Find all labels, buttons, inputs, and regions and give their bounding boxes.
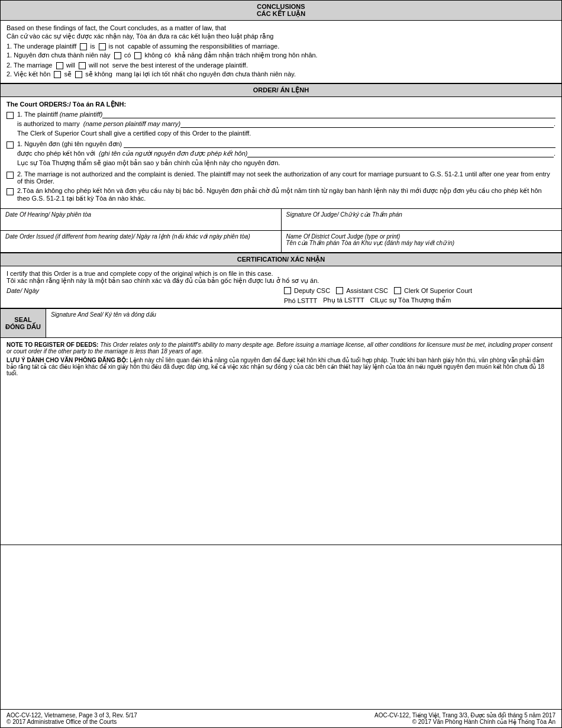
- cert-checkboxes-col: Deputy CSC Assistant CSC Clerk Of Superi…: [284, 287, 555, 304]
- date-signature-row: Date Of Hearing/ Ngày phiên tòa Signatur…: [1, 209, 561, 231]
- conclusions-intro-vi: Căn cứ vào các sự việc được xác nhận này…: [7, 33, 555, 40]
- hearing-date-col: Date Of Hearing/ Ngày phiên tòa: [1, 209, 282, 230]
- checkbox-deputy-csc[interactable]: [284, 287, 291, 294]
- assistant-csc-vi-item: Phụ tá LSTTT: [323, 297, 364, 304]
- conclusion-item2-en: 2. The marriage will will not serve the …: [7, 62, 555, 69]
- checkbox-is-not[interactable]: [99, 43, 106, 50]
- footer-right-line1: AOC-CV-122, Tiếng Việt, Trang 3/3, Được …: [374, 712, 555, 719]
- assistant-csc-item: Assistant CSC: [336, 287, 388, 294]
- page-spacer: [1, 545, 561, 709]
- seal-label-vi: ĐÓNG DẤU: [5, 323, 41, 331]
- footer-right-line2: © 2017 Văn Phòng Hành Chính của Hệ Thống…: [374, 719, 555, 725]
- cert-text-en: I certify that this Order is a true and …: [7, 270, 555, 277]
- checkbox-khong-co[interactable]: [134, 52, 141, 59]
- order-issued-row: Date Order Issued (if different from hea…: [1, 231, 561, 253]
- cert-checkboxes-row1: Deputy CSC Assistant CSC Clerk Of Superi…: [284, 287, 555, 294]
- footer-left-line1: AOC-CV-122, Vietnamese, Page 3 of 3, Rev…: [7, 712, 137, 719]
- note-section: NOTE TO REGISTER OF DEEDS: This Order re…: [1, 338, 561, 545]
- clerk-superior-vi-item: ClLục sự Tòa Thượng thẩm: [370, 297, 451, 304]
- conclusions-header: CONCLUSIONS CÁC KẾT LUẬN: [1, 1, 561, 21]
- seal-signature: Signature And Seal/ Ký tên và đóng dấu: [46, 309, 561, 337]
- footer-left: AOC-CV-122, Vietnamese, Page 3 of 3, Rev…: [7, 712, 137, 725]
- order-item1: 1. The plaintiff (name plaintiff) is aut…: [7, 111, 555, 138]
- order-item1-vi-text: 1. Nguyên đơn (ghi tên nguyên đơn) được …: [17, 140, 555, 168]
- order-item1-line2: is authorized to marry (name person plai…: [17, 120, 555, 128]
- seal-box: SEAL ĐÓNG DẤU: [1, 309, 46, 337]
- checkbox-order2[interactable]: [7, 171, 14, 179]
- order-item1-vi-line3: Lục sự Tòa Thượng thẩm sẽ giao một bản s…: [17, 159, 555, 167]
- note-text-en: NOTE TO REGISTER OF DEEDS: This Order re…: [7, 342, 555, 355]
- seal-row: SEAL ĐÓNG DẤU Signature And Seal/ Ký tên…: [1, 308, 561, 338]
- order-item1-line3: The Clerk of Superior Court shall give a…: [17, 130, 555, 137]
- checkbox-is[interactable]: [80, 43, 87, 50]
- conclusion-item2-vi: 2. Việc kết hôn sẽ sẽ không mang lại lợi…: [7, 70, 555, 78]
- conclusions-header-en: CONCLUSIONS: [1, 3, 561, 10]
- conclusion-item1-en: 1. The underage plaintiff is is not capa…: [7, 43, 555, 50]
- order-header: ORDER/ ÁN LỆNH: [1, 83, 561, 97]
- checkbox-order2-vi[interactable]: [7, 188, 14, 195]
- cert-text-vi: Tôi xác nhận rằng lệnh này là một bản sa…: [7, 277, 555, 285]
- cert-date-col: Date/ Ngày: [7, 287, 284, 294]
- conclusions-section: Based on these findings of fact, the Cou…: [1, 21, 561, 83]
- cert-checkboxes-row2: Phó LSTTT Phụ tá LSTTT ClLục sự Tòa Thượ…: [284, 297, 555, 304]
- deputy-csc-item: Deputy CSC: [284, 287, 330, 294]
- order-item2-vi-text: 2.Tòa án không cho phép kết hôn và đơn y…: [17, 187, 555, 202]
- checkbox-order1-vi[interactable]: [7, 141, 14, 149]
- order-item2-text: 2. The marriage is not authorized and th…: [17, 170, 555, 185]
- checkbox-order1[interactable]: [7, 111, 14, 119]
- certification-header: CERTIFICATION/ XÁC NHẬN: [1, 253, 561, 266]
- checkbox-co[interactable]: [114, 52, 121, 59]
- note-text-vi: LƯU Ý DÀNH CHO VĂN PHÒNG ĐĂNG BỘ: Lệnh n…: [7, 357, 555, 376]
- conclusion-item1-vi: 1. Nguyên đơn chưa thành niên này có khô…: [7, 51, 555, 59]
- checkbox-se[interactable]: [54, 71, 61, 78]
- seal-label-en: SEAL: [5, 316, 41, 323]
- checkbox-will-not[interactable]: [79, 62, 86, 69]
- certification-section: I certify that this Order is a true and …: [1, 266, 561, 308]
- conclusions-intro: Based on these findings of fact, the Cou…: [7, 24, 555, 31]
- checkbox-assistant-csc[interactable]: [336, 287, 343, 294]
- order-item2-vi: 2.Tòa án không cho phép kết hôn và đơn y…: [7, 187, 555, 202]
- conclusions-header-vi: CÁC KẾT LUẬN: [1, 10, 561, 18]
- order-item1-vi-line1: 1. Nguyên đơn (ghi tên nguyên đơn): [17, 140, 555, 148]
- order-item1-line1: 1. The plaintiff (name plaintiff): [17, 111, 555, 118]
- deputy-csc-vi-item: Phó LSTTT: [284, 297, 317, 304]
- order-item2: 2. The marriage is not authorized and th…: [7, 170, 555, 185]
- order-title: The Court ORDERS:/ Tòa án RA LỆNH:: [7, 101, 555, 108]
- judge-name-col: Name Of District Court Judge (type or pr…: [282, 231, 562, 252]
- order-item1-vi: 1. Nguyên đơn (ghi tên nguyên đơn) được …: [7, 140, 555, 168]
- order-section: The Court ORDERS:/ Tòa án RA LỆNH: 1. Th…: [1, 97, 561, 209]
- order-item1-text: 1. The plaintiff (name plaintiff) is aut…: [17, 111, 555, 138]
- checkbox-clerk-superior[interactable]: [394, 287, 401, 294]
- footer-right: AOC-CV-122, Tiếng Việt, Trang 3/3, Được …: [374, 712, 555, 725]
- checkbox-will[interactable]: [56, 62, 63, 69]
- footer: AOC-CV-122, Vietnamese, Page 3 of 3, Rev…: [1, 709, 561, 727]
- checkbox-se-khong[interactable]: [75, 71, 82, 78]
- order-item1-vi-line2: được cho phép kết hôn với (ghi tên của n…: [17, 150, 555, 157]
- clerk-superior-item: Clerk Of Superior Court: [394, 287, 472, 294]
- order-issued-col: Date Order Issued (if different from hea…: [1, 231, 282, 252]
- cert-row: Date/ Ngày Deputy CSC Assistant CSC: [7, 287, 555, 304]
- judge-sig-col: Signature Of Judge/ Chữ ký của Thẩm phán: [282, 209, 562, 230]
- footer-left-line2: © 2017 Administrative Office of the Cour…: [7, 719, 137, 725]
